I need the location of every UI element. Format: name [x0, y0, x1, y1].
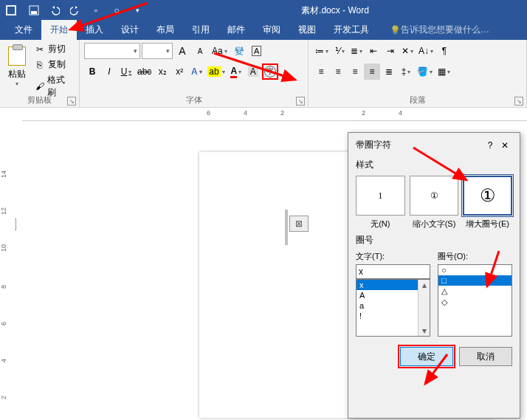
ok-button[interactable]: 确定 — [400, 347, 453, 366]
underline-button[interactable]: U — [118, 63, 134, 80]
justify-button[interactable]: ≡ — [364, 63, 380, 80]
font-dialog-launcher[interactable]: ↘ — [296, 97, 305, 106]
numbering-button[interactable]: ⅟ — [331, 43, 348, 59]
increase-indent-button[interactable]: ⇥ — [382, 43, 399, 59]
tab-review[interactable]: 审阅 — [254, 20, 289, 40]
ruler-tick: 4 — [399, 109, 402, 117]
paste-label: 粘贴 — [8, 68, 26, 80]
shading-button[interactable]: 🪣 — [415, 63, 435, 80]
paste-icon — [8, 47, 26, 66]
qat-icon2[interactable]: ○ — [108, 1, 125, 19]
align-right-button[interactable]: ≡ — [347, 63, 363, 80]
style-label: 增大圈号(E) — [463, 218, 512, 230]
decrease-indent-button[interactable]: ⇤ — [365, 43, 382, 59]
group-label: 段落 — [309, 94, 526, 106]
qat-dd-icon[interactable]: ▾ — [128, 1, 146, 19]
align-center-button[interactable]: ≡ — [330, 63, 346, 80]
ruler-tick: 2 — [280, 109, 284, 117]
tab-home[interactable]: 开始 — [41, 20, 77, 40]
highlight-button[interactable]: ab — [205, 63, 227, 80]
line-spacing-button[interactable]: ‡ — [398, 63, 414, 80]
title-bar: ▫ ○ ▾ 素材.docx - Word — [0, 0, 527, 21]
group-paragraph: ≔ ⅟ ≣ ⇤ ⇥ ✕ A↓ ¶ ≡ ≡ ≡ ≡ ≣ ‡ 🪣 ▦ 段落 ↘ — [309, 40, 527, 107]
tab-file[interactable]: 文件 — [6, 20, 41, 40]
subscript-button[interactable]: x₂ — [154, 63, 170, 80]
style-option-enlarge[interactable]: ① 增大圈号(E) — [463, 176, 512, 230]
change-case-button[interactable]: Aa — [210, 43, 230, 59]
ruler-tick: 12 — [0, 207, 7, 215]
font-color-button[interactable]: A — [228, 63, 244, 80]
text-input[interactable] — [356, 264, 430, 279]
tab-insert[interactable]: 插入 — [77, 20, 112, 40]
text-effects-button[interactable]: A — [188, 63, 204, 80]
distribute-button[interactable]: ≣ — [381, 63, 397, 80]
group-label: 字体 — [80, 94, 308, 106]
undo-icon[interactable] — [46, 1, 63, 19]
text-options-list[interactable]: x A a ! ▴▾ — [356, 279, 430, 337]
italic-button[interactable]: I — [101, 63, 117, 80]
borders-button[interactable]: ▦ — [435, 63, 452, 80]
align-left-button[interactable]: ≡ — [313, 63, 329, 80]
style-label: 缩小文字(S) — [410, 218, 459, 230]
list-item[interactable]: ◇ — [438, 297, 512, 308]
dialog-help-button[interactable]: ? — [483, 140, 497, 151]
sort-button[interactable]: A↓ — [416, 43, 435, 59]
decrease-font-button[interactable]: A — [192, 43, 208, 59]
enclose-char-button[interactable]: 字 — [262, 63, 278, 80]
dialog-close-button[interactable]: ✕ — [497, 140, 512, 151]
svg-rect-1 — [7, 7, 15, 14]
copy-icon: ⎘ — [35, 60, 45, 70]
ribbon: 粘贴 ▾ ✂剪切 ⎘复制 🖌格式刷 剪贴板 ↘ A A Aa 變 A B I U — [0, 40, 527, 108]
tab-mailings[interactable]: 邮件 — [218, 20, 254, 40]
vertical-ruler[interactable]: 14 12 10 8 6 4 2 — [1, 152, 15, 420]
cut-button[interactable]: ✂剪切 — [33, 42, 75, 56]
group-font: A A Aa 變 A B I U abc x₂ x² A ab A A 字 字体… — [80, 40, 309, 107]
dialog-titlebar: 带圈字符 ? ✕ — [356, 139, 512, 151]
bullets-button[interactable]: ≔ — [313, 43, 331, 59]
tab-view[interactable]: 视图 — [289, 20, 325, 40]
list-item[interactable]: △ — [438, 286, 512, 297]
font-size-select[interactable] — [142, 43, 173, 59]
save-icon[interactable] — [25, 1, 43, 19]
multilevel-button[interactable]: ≣ — [348, 43, 365, 59]
dialog-title: 带圈字符 — [356, 139, 483, 151]
tab-layout[interactable]: 布局 — [148, 20, 183, 40]
char-shading-button[interactable]: A — [245, 63, 261, 80]
style-option-shrink[interactable]: ① 缩小文字(S) — [410, 176, 459, 230]
phonetic-guide-button[interactable]: 變 — [231, 43, 247, 59]
ring-options-list[interactable]: ○ □ △ ◇ — [438, 264, 512, 337]
copy-label: 复制 — [48, 58, 66, 71]
char-border-button[interactable]: A — [249, 43, 265, 59]
asian-layout-button[interactable]: ✕ — [399, 43, 416, 59]
cancel-button[interactable]: 取消 — [459, 347, 512, 366]
tab-references[interactable]: 引用 — [183, 20, 218, 40]
highlight-icon: ab — [207, 66, 220, 77]
paste-button[interactable]: 粘贴 ▾ — [4, 42, 30, 91]
tell-me[interactable]: 💡 告诉我您想要做什么… — [384, 20, 495, 40]
selected-object[interactable] — [289, 216, 309, 232]
increase-font-button[interactable]: A — [174, 43, 190, 59]
font-name-select[interactable] — [84, 43, 140, 59]
bold-button[interactable]: B — [84, 63, 100, 80]
ring-field-label: 圈号(O): — [438, 251, 512, 262]
style-preview: 1 — [356, 176, 405, 216]
clipboard-dialog-launcher[interactable]: ↘ — [67, 97, 76, 106]
horizontal-ruler[interactable]: 6 4 2 2 4 — [22, 108, 527, 121]
strikethrough-button[interactable]: abc — [135, 63, 154, 80]
superscript-button[interactable]: x² — [171, 63, 187, 80]
tab-design[interactable]: 设计 — [112, 20, 148, 40]
tab-developer[interactable]: 开发工具 — [325, 20, 378, 40]
list-item[interactable]: ○ — [438, 265, 512, 275]
ruler-tick: 8 — [0, 285, 7, 289]
copy-button[interactable]: ⎘复制 — [33, 58, 75, 72]
font-color-icon: A — [230, 66, 237, 78]
redo-icon[interactable] — [66, 1, 84, 19]
cut-label: 剪切 — [48, 43, 66, 55]
show-marks-button[interactable]: ¶ — [436, 43, 452, 59]
paragraph-dialog-launcher[interactable]: ↘ — [514, 97, 523, 106]
list-item[interactable]: □ — [438, 275, 512, 286]
text-field-label: 文字(T): — [356, 251, 430, 262]
scrollbar[interactable]: ▴▾ — [418, 280, 430, 336]
style-option-none[interactable]: 1 无(N) — [356, 176, 405, 230]
qat-icon[interactable]: ▫ — [87, 1, 105, 19]
